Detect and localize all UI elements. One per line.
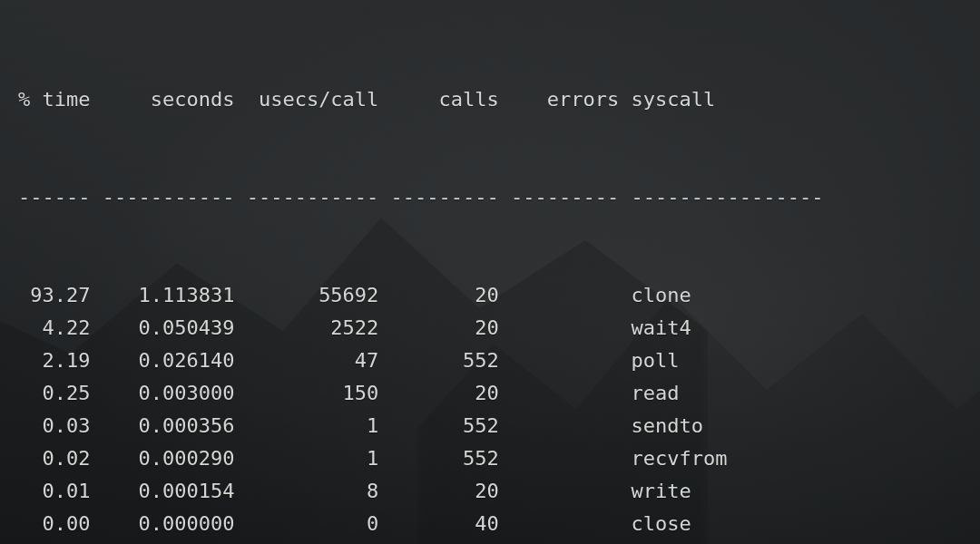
table-row: 0.00 0.000000 0 1104 rt_sigprocmask	[18, 540, 980, 544]
table-row: 0.02 0.000290 1 552 recvfrom	[18, 442, 980, 475]
table-row: 0.25 0.003000 150 20 read	[18, 377, 980, 410]
table-row: 2.19 0.026140 47 552 poll	[18, 345, 980, 377]
terminal-output: % time seconds usecs/call calls errors s…	[0, 0, 980, 544]
table-row: 4.22 0.050439 2522 20 wait4	[18, 312, 980, 345]
table-rule-top: ------ ----------- ----------- ---------…	[18, 181, 980, 214]
table-row: 0.01 0.000154 8 20 write	[18, 475, 980, 508]
table-header-row: % time seconds usecs/call calls errors s…	[18, 83, 980, 116]
table-row: 93.27 1.113831 55692 20 clone	[18, 279, 980, 312]
table-row: 0.00 0.000000 0 40 close	[18, 508, 980, 540]
table-row: 0.03 0.000356 1 552 sendto	[18, 410, 980, 442]
